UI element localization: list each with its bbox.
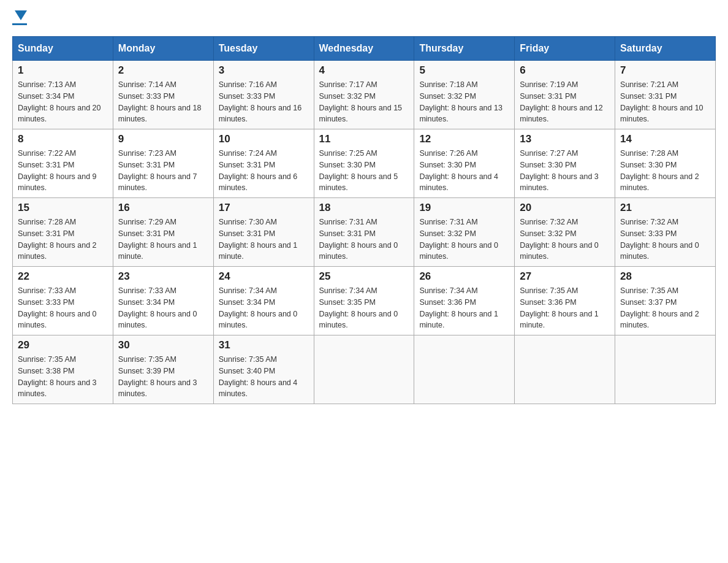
header-sunday: Sunday [13, 37, 113, 61]
calendar-table: SundayMondayTuesdayWednesdayThursdayFrid… [12, 36, 716, 404]
day-number: 18 [319, 202, 409, 214]
calendar-cell [314, 335, 414, 404]
calendar-cell: 20 Sunrise: 7:32 AMSunset: 3:32 PMDaylig… [515, 198, 615, 267]
calendar-cell: 11 Sunrise: 7:25 AMSunset: 3:30 PMDaylig… [314, 129, 414, 198]
day-info: Sunrise: 7:34 AMSunset: 3:36 PMDaylight:… [419, 286, 498, 329]
header-monday: Monday [113, 37, 213, 61]
calendar-cell: 21 Sunrise: 7:32 AMSunset: 3:33 PMDaylig… [615, 198, 716, 267]
calendar-cell [515, 335, 615, 404]
day-info: Sunrise: 7:35 AMSunset: 3:40 PMDaylight:… [219, 355, 298, 398]
calendar-cell: 3 Sunrise: 7:16 AMSunset: 3:33 PMDayligh… [213, 61, 314, 129]
logo-underline [12, 23, 27, 25]
calendar-cell: 17 Sunrise: 7:30 AMSunset: 3:31 PMDaylig… [213, 198, 314, 267]
day-info: Sunrise: 7:31 AMSunset: 3:32 PMDaylight:… [419, 218, 498, 261]
day-number: 24 [219, 270, 309, 283]
day-number: 28 [620, 270, 710, 283]
day-number: 25 [319, 270, 409, 283]
logo-triangle-icon [15, 10, 27, 20]
calendar-week-row: 1 Sunrise: 7:13 AMSunset: 3:34 PMDayligh… [13, 61, 716, 129]
day-number: 31 [219, 339, 309, 351]
day-info: Sunrise: 7:21 AMSunset: 3:31 PMDaylight:… [620, 80, 703, 123]
day-info: Sunrise: 7:22 AMSunset: 3:31 PMDaylight:… [18, 149, 97, 192]
calendar-cell: 16 Sunrise: 7:29 AMSunset: 3:31 PMDaylig… [113, 198, 213, 267]
header-thursday: Thursday [414, 37, 515, 61]
header-wednesday: Wednesday [314, 37, 414, 61]
calendar-cell: 26 Sunrise: 7:34 AMSunset: 3:36 PMDaylig… [414, 267, 515, 335]
calendar-cell: 31 Sunrise: 7:35 AMSunset: 3:40 PMDaylig… [213, 335, 314, 404]
calendar-cell: 4 Sunrise: 7:17 AMSunset: 3:32 PMDayligh… [314, 61, 414, 129]
day-number: 10 [219, 133, 309, 145]
day-info: Sunrise: 7:29 AMSunset: 3:31 PMDaylight:… [118, 218, 197, 261]
calendar-cell: 28 Sunrise: 7:35 AMSunset: 3:37 PMDaylig… [615, 267, 716, 335]
day-number: 23 [118, 270, 208, 283]
day-number: 1 [18, 64, 108, 77]
day-info: Sunrise: 7:33 AMSunset: 3:34 PMDaylight:… [118, 286, 197, 329]
day-info: Sunrise: 7:18 AMSunset: 3:32 PMDaylight:… [419, 80, 502, 123]
logo [12, 12, 27, 25]
day-number: 20 [520, 202, 610, 214]
day-info: Sunrise: 7:34 AMSunset: 3:34 PMDaylight:… [219, 286, 298, 329]
day-info: Sunrise: 7:35 AMSunset: 3:36 PMDaylight:… [520, 286, 599, 329]
calendar-cell: 14 Sunrise: 7:28 AMSunset: 3:30 PMDaylig… [615, 129, 716, 198]
calendar-cell: 29 Sunrise: 7:35 AMSunset: 3:38 PMDaylig… [13, 335, 113, 404]
day-number: 2 [118, 64, 208, 77]
calendar-week-row: 15 Sunrise: 7:28 AMSunset: 3:31 PMDaylig… [13, 198, 716, 267]
day-number: 5 [419, 64, 509, 77]
day-info: Sunrise: 7:28 AMSunset: 3:30 PMDaylight:… [620, 149, 699, 192]
calendar-cell: 8 Sunrise: 7:22 AMSunset: 3:31 PMDayligh… [13, 129, 113, 198]
day-info: Sunrise: 7:27 AMSunset: 3:30 PMDaylight:… [520, 149, 599, 192]
day-number: 17 [219, 202, 309, 214]
calendar-cell: 9 Sunrise: 7:23 AMSunset: 3:31 PMDayligh… [113, 129, 213, 198]
calendar-week-row: 22 Sunrise: 7:33 AMSunset: 3:33 PMDaylig… [13, 267, 716, 335]
day-info: Sunrise: 7:13 AMSunset: 3:34 PMDaylight:… [18, 80, 101, 123]
day-info: Sunrise: 7:26 AMSunset: 3:30 PMDaylight:… [419, 149, 498, 192]
day-info: Sunrise: 7:16 AMSunset: 3:33 PMDaylight:… [219, 80, 302, 123]
day-info: Sunrise: 7:24 AMSunset: 3:31 PMDaylight:… [219, 149, 298, 192]
day-info: Sunrise: 7:17 AMSunset: 3:32 PMDaylight:… [319, 80, 403, 123]
day-number: 6 [520, 64, 610, 77]
calendar-cell: 2 Sunrise: 7:14 AMSunset: 3:33 PMDayligh… [113, 61, 213, 129]
calendar-header-row: SundayMondayTuesdayWednesdayThursdayFrid… [13, 37, 716, 61]
day-info: Sunrise: 7:30 AMSunset: 3:31 PMDaylight:… [219, 218, 298, 261]
day-number: 11 [319, 133, 409, 145]
calendar-cell: 1 Sunrise: 7:13 AMSunset: 3:34 PMDayligh… [13, 61, 113, 129]
day-info: Sunrise: 7:14 AMSunset: 3:33 PMDaylight:… [118, 80, 202, 123]
calendar-cell [414, 335, 515, 404]
day-number: 16 [118, 202, 208, 214]
day-number: 14 [620, 133, 710, 145]
day-info: Sunrise: 7:33 AMSunset: 3:33 PMDaylight:… [18, 286, 97, 329]
calendar-week-row: 8 Sunrise: 7:22 AMSunset: 3:31 PMDayligh… [13, 129, 716, 198]
day-number: 7 [620, 64, 710, 77]
header-friday: Friday [515, 37, 615, 61]
calendar-cell: 30 Sunrise: 7:35 AMSunset: 3:39 PMDaylig… [113, 335, 213, 404]
calendar-cell: 13 Sunrise: 7:27 AMSunset: 3:30 PMDaylig… [515, 129, 615, 198]
calendar-week-row: 29 Sunrise: 7:35 AMSunset: 3:38 PMDaylig… [13, 335, 716, 404]
day-number: 12 [419, 133, 509, 145]
header-saturday: Saturday [615, 37, 716, 61]
calendar-cell: 24 Sunrise: 7:34 AMSunset: 3:34 PMDaylig… [213, 267, 314, 335]
calendar-cell: 19 Sunrise: 7:31 AMSunset: 3:32 PMDaylig… [414, 198, 515, 267]
calendar-cell: 6 Sunrise: 7:19 AMSunset: 3:31 PMDayligh… [515, 61, 615, 129]
day-info: Sunrise: 7:34 AMSunset: 3:35 PMDaylight:… [319, 286, 398, 329]
day-info: Sunrise: 7:35 AMSunset: 3:38 PMDaylight:… [18, 355, 97, 398]
day-number: 21 [620, 202, 710, 214]
calendar-cell: 5 Sunrise: 7:18 AMSunset: 3:32 PMDayligh… [414, 61, 515, 129]
calendar-cell: 27 Sunrise: 7:35 AMSunset: 3:36 PMDaylig… [515, 267, 615, 335]
calendar-cell: 25 Sunrise: 7:34 AMSunset: 3:35 PMDaylig… [314, 267, 414, 335]
day-number: 29 [18, 339, 108, 351]
day-number: 19 [419, 202, 509, 214]
day-info: Sunrise: 7:32 AMSunset: 3:33 PMDaylight:… [620, 218, 699, 261]
day-info: Sunrise: 7:35 AMSunset: 3:39 PMDaylight:… [118, 355, 197, 398]
page-header [12, 12, 716, 25]
calendar-cell: 23 Sunrise: 7:33 AMSunset: 3:34 PMDaylig… [113, 267, 213, 335]
day-info: Sunrise: 7:19 AMSunset: 3:31 PMDaylight:… [520, 80, 603, 123]
day-number: 15 [18, 202, 108, 214]
day-info: Sunrise: 7:35 AMSunset: 3:37 PMDaylight:… [620, 286, 699, 329]
day-number: 3 [219, 64, 309, 77]
calendar-cell: 7 Sunrise: 7:21 AMSunset: 3:31 PMDayligh… [615, 61, 716, 129]
day-number: 9 [118, 133, 208, 145]
day-number: 13 [520, 133, 610, 145]
day-info: Sunrise: 7:25 AMSunset: 3:30 PMDaylight:… [319, 149, 398, 192]
day-info: Sunrise: 7:23 AMSunset: 3:31 PMDaylight:… [118, 149, 197, 192]
day-number: 26 [419, 270, 509, 283]
